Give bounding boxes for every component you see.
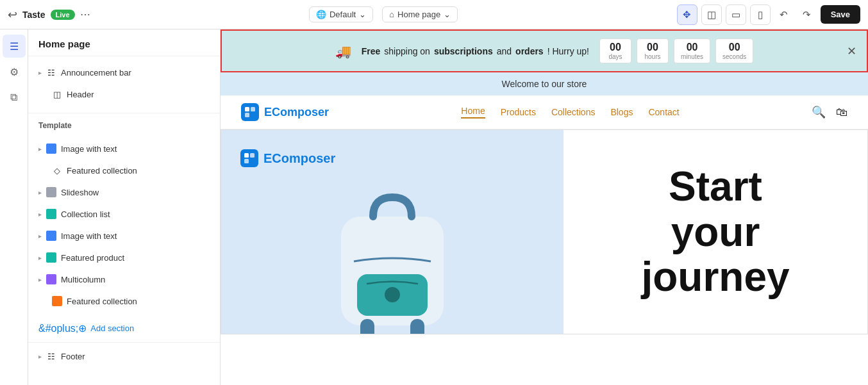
live-badge: Live [51,10,75,20]
desktop-view-btn[interactable]: ◫ [701,4,722,25]
preview-area: 🚚 Free shipping on subscriptions and ord… [221,29,868,385]
mobile-view-btn[interactable]: ▯ [750,4,771,25]
fixed-sections: ▸ ☷ Announcement bar ◫ Header [28,56,220,110]
page-label: Home page [397,10,440,19]
sidebar-item-footer[interactable]: ▸ ☷ Footer [28,345,220,367]
sidebar-item-featured-product[interactable]: ▸ Featured product [28,247,220,268]
announcement-bar-preview: 🚚 Free shipping on subscriptions and ord… [221,29,868,72]
sidebar-item-featured-collection-1[interactable]: ◇ Featured collection [28,160,220,181]
globe-icon: 🌐 [316,10,326,19]
svg-rect-2 [245,113,249,117]
hero-line3: journey [641,254,789,299]
announcement-text: Free shipping on subscriptions and order… [362,46,589,56]
featured-collection-2-label: Featured collection [67,297,137,306]
svg-rect-8 [360,319,374,334]
minutes-value: 00 [681,42,703,53]
tablet-view-btn[interactable]: ▭ [726,4,746,25]
sidebar-item-multicolumn[interactable]: ▸ Multicolumn [28,268,220,290]
collection-list-label: Collection list [61,209,110,219]
save-button[interactable]: Save [821,5,860,24]
icon-rail: ☰ ⚙ ⧉ [0,29,28,385]
logo-icon [241,103,259,121]
page-selector[interactable]: ⌂ Home page ⌄ [382,6,458,22]
svg-rect-1 [251,107,255,111]
featured-collection-icon: ◇ [51,165,63,176]
featured-collection-2-icon [51,295,63,307]
topbar-left: ↩ Taste Live ⋯ [8,8,90,22]
subscriptions-text: subscriptions [434,46,493,56]
svg-rect-0 [245,107,249,111]
sidebar-item-image-with-text-1[interactable]: ▸ Image with text [28,138,220,160]
settings-icon[interactable]: ⚙ [3,60,26,83]
nav-icons: 🔍 🛍 [812,105,847,119]
nav-home[interactable]: Home [461,106,485,119]
hero-left: EComposer [221,130,563,334]
hero-headline: Start your journey [641,164,789,299]
featured-product-label: Featured product [61,253,124,263]
nav-contact[interactable]: Contact [648,107,679,117]
footer-label: Footer [61,352,85,361]
chevron-right-icon: ▸ [38,254,42,261]
more-options-icon[interactable]: ⋯ [80,8,90,20]
featured-product-icon [46,252,57,263]
sidebar-item-featured-collection-2[interactable]: Featured collection [28,290,220,312]
countdown-days: 00 days [599,38,631,63]
hours-value: 00 [644,42,662,53]
plus-circle-icon: &#oplus;⊕ [38,322,87,334]
announcement-bar-label: Announcement bar [61,68,131,78]
seconds-value: 00 [722,42,746,53]
multicolumn-icon [46,274,57,285]
chevron-right-icon: ▸ [38,276,42,283]
sidebar-item-header[interactable]: ◫ Header [28,83,220,105]
cart-icon[interactable]: 🛍 [836,106,847,119]
hero-line2: your [641,209,789,254]
hours-label: hours [644,53,662,60]
template-label: Template [28,116,220,133]
domain-selector[interactable]: 🌐 Default ⌄ [309,6,373,22]
slideshow-icon [46,186,57,198]
close-announcement-btn[interactable]: ✕ [847,44,856,58]
sidebar-title: Home page [28,29,220,56]
divider [28,113,220,113]
sidebar-item-announcement-bar[interactable]: ▸ ☷ Announcement bar [28,61,220,83]
orders-text: orders [515,46,544,56]
back-icon[interactable]: ↩ [8,8,17,22]
redo-btn[interactable]: ↷ [797,5,817,24]
hero-right: Start your journey [563,130,867,334]
hero-logo-text: EComposer [263,151,335,166]
nav-blogs[interactable]: Blogs [610,107,633,117]
svg-rect-9 [410,319,424,334]
sidebar-item-slideshow[interactable]: ▸ Slideshow [28,181,220,203]
slideshow-label: Slideshow [61,188,99,197]
collection-list-icon [46,208,57,220]
nav-products[interactable]: Products [501,107,536,117]
image-with-text-2-label: Image with text [61,231,117,241]
sidebar-item-image-with-text-2[interactable]: ▸ Image with text [28,225,220,247]
header-label: Header [67,90,94,99]
hero-line1: Start [641,164,789,209]
add-section-btn[interactable]: &#oplus;⊕ Add section [28,317,220,340]
layers-icon[interactable]: ☰ [3,35,26,58]
chevron-right-icon: ▸ [38,211,42,218]
chevron-right-icon: ▸ [38,145,42,152]
chevron-right-icon: ▸ [38,353,42,360]
domain-label: Default [330,10,356,19]
countdown-seconds: 00 seconds [715,38,753,63]
topbar-center: 🌐 Default ⌄ ⌂ Home page ⌄ [309,6,458,22]
home-icon: ⌂ [389,10,394,19]
free-text: Free [362,46,381,56]
undo-btn[interactable]: ↶ [774,5,794,24]
store-logo: EComposer [241,103,329,121]
hero-logo-icon [240,149,258,167]
cursor-tool-btn[interactable]: ✥ [677,4,697,25]
store-banner: Welcome to our store [221,72,868,95]
hero-logo: EComposer [240,149,335,167]
search-icon[interactable]: 🔍 [812,105,826,119]
multicolumn-label: Multicolumn [61,275,105,284]
topbar-right: ✥ ◫ ▭ ▯ ↶ ↷ Save [677,4,860,25]
components-icon[interactable]: ⧉ [3,86,26,109]
template-sections: ▸ Image with text ◇ Featured collection … [28,133,220,317]
sidebar-item-collection-list[interactable]: ▸ Collection list [28,203,220,225]
svg-rect-4 [250,153,255,158]
nav-collections[interactable]: Collections [551,107,595,117]
